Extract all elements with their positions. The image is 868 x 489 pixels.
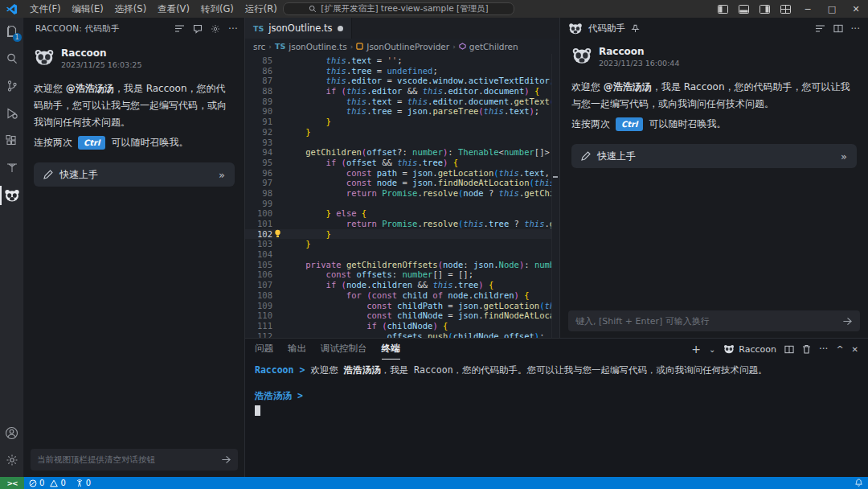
new-chat-icon[interactable]: [193, 24, 203, 34]
chevrons-right: »: [219, 169, 225, 181]
panel-more-actions-icon[interactable]: ···: [819, 343, 828, 355]
maximize-panel-icon[interactable]: ^: [836, 344, 843, 355]
modified-dot-icon[interactable]: [338, 26, 343, 31]
terminal-content[interactable]: Raccoon > 欢迎您 浩浩汤汤，我是 Raccoon，您的代码助手。您可以…: [245, 360, 868, 477]
code-line-109[interactable]: 109 const childPath = json.getLocation(t…: [245, 301, 559, 311]
problems-status[interactable]: 0 0: [24, 477, 71, 489]
command-center-search[interactable]: [扩展开发宿主] tree-view-sample [管理员]: [283, 2, 514, 15]
tree-view-sample-icon[interactable]: [0, 154, 24, 182]
code-line-106[interactable]: 106 const offsets: number[] = [];: [245, 269, 559, 280]
code-line-99[interactable]: 99: [245, 199, 559, 209]
code-editor[interactable]: 85 this.text = '';86 this.tree = undefin…: [245, 54, 559, 338]
clear-all-icon[interactable]: [174, 24, 185, 33]
search-view-icon[interactable]: [0, 45, 24, 72]
tab-jsonoutline[interactable]: TS jsonOutline.ts: [245, 18, 352, 39]
panel-tab-调试控制台[interactable]: 调试控制台: [321, 339, 367, 360]
panel-chat-input[interactable]: 键入, [Shift + Enter] 可输入换行: [568, 310, 860, 331]
code-line-89[interactable]: 89 this.text = this.editor.document.getT…: [245, 97, 559, 107]
ctrl-hint: 连按两次 Ctrl 可以随时召唤我。: [34, 136, 235, 150]
panel-tab-输出[interactable]: 输出: [288, 339, 306, 360]
close-button[interactable]: ✕: [844, 0, 868, 18]
code-line-86[interactable]: 86 this.tree = undefined;: [245, 66, 559, 76]
menu-item-3[interactable]: 查看(V): [152, 0, 195, 18]
close-panel-icon[interactable]: ✕: [852, 345, 858, 354]
menu-item-2[interactable]: 选择(S): [109, 0, 152, 18]
filter-icon[interactable]: [815, 24, 825, 33]
breadcrumb-class[interactable]: JsonOutlineProvider: [366, 42, 449, 51]
code-line-87[interactable]: 87 this.editor = vscode.window.activeTex…: [245, 76, 559, 86]
sidebar-more-icon[interactable]: ···: [228, 23, 238, 35]
code-line-93[interactable]: 93: [245, 138, 559, 148]
code-line-97[interactable]: 97 const node = json.findNodeAtLocation(…: [245, 178, 559, 188]
maximize-button[interactable]: □: [820, 0, 844, 18]
customize-layout-icon[interactable]: [775, 0, 796, 18]
panel-more-icon[interactable]: ···: [851, 23, 860, 35]
code-line-85[interactable]: 85 this.text = '';: [245, 55, 559, 66]
quickstart-button[interactable]: 快速上手 »: [34, 162, 235, 187]
lightbulb-icon[interactable]: [274, 229, 281, 238]
terminal-dropdown-icon[interactable]: ⌄: [709, 345, 715, 354]
terminal-instance-raccoon[interactable]: Raccoon: [723, 344, 776, 355]
menu-item-4[interactable]: 转到(G): [195, 0, 240, 18]
code-line-98[interactable]: 98 return Promise.resolve(node ? this.ge…: [245, 188, 559, 199]
explorer-icon[interactable]: 1: [0, 18, 24, 45]
split-terminal-icon[interactable]: [784, 345, 794, 354]
raccoon-view-icon[interactable]: [0, 182, 24, 209]
code-line-104[interactable]: 104: [245, 249, 559, 260]
menu-item-5[interactable]: 运行(R): [240, 0, 283, 18]
settings-gear-icon[interactable]: [0, 446, 24, 474]
notifications-bell-icon[interactable]: [850, 477, 868, 489]
menu-item-0[interactable]: 文件(F): [24, 0, 67, 18]
panel-tab-问题[interactable]: 问题: [255, 339, 273, 360]
toggle-panel-icon[interactable]: [733, 0, 754, 18]
code-line-102[interactable]: 102 }: [245, 229, 559, 240]
code-line-103[interactable]: 103 }: [245, 239, 559, 249]
minimize-button[interactable]: ─: [796, 0, 820, 18]
line-number: 101: [245, 219, 272, 229]
code-line-111[interactable]: 111 if (childNode) {: [245, 321, 559, 331]
breadcrumb-method[interactable]: getChildren: [469, 42, 518, 51]
run-debug-icon[interactable]: [0, 100, 24, 127]
code-line-96[interactable]: 96 const path = json.getLocation(this.te…: [245, 168, 559, 179]
line-content: return Promise.resolve(node ? this.getCh…: [272, 188, 559, 199]
code-line-112[interactable]: 112 offsets.push(childNode.offset);: [245, 331, 559, 338]
code-line-110[interactable]: 110 const childNode = json.findNodeAtLoc…: [245, 310, 559, 321]
ports-status[interactable]: 0: [71, 477, 96, 489]
menu-item-1[interactable]: 编辑(E): [67, 0, 109, 18]
pin-icon[interactable]: [631, 24, 640, 33]
line-content: this.editor = vscode.window.activeTextEd…: [272, 76, 555, 86]
panel-tab-终端[interactable]: 终端: [382, 339, 400, 360]
code-line-108[interactable]: 108 for (const child of node.children) {: [245, 290, 559, 301]
editor-scrollbar[interactable]: [551, 54, 559, 338]
kill-terminal-icon[interactable]: [802, 344, 811, 354]
new-terminal-icon[interactable]: +: [691, 343, 701, 355]
extensions-icon[interactable]: [0, 127, 24, 154]
breadcrumb-src[interactable]: src: [253, 42, 265, 51]
line-number: 112: [245, 331, 272, 338]
code-line-92[interactable]: 92 }: [245, 127, 559, 138]
code-line-90[interactable]: 90 this.tree = json.parseTree(this.text)…: [245, 106, 559, 117]
code-line-95[interactable]: 95 if (offset && this.tree) {: [245, 158, 559, 168]
send-icon[interactable]: [221, 454, 231, 465]
remote-indicator[interactable]: ><: [0, 477, 24, 489]
breadcrumb-file[interactable]: jsonOutline.ts: [289, 42, 346, 51]
code-line-94[interactable]: 94 getChildren(offset?: number): Thenabl…: [245, 147, 559, 158]
code-line-91[interactable]: 91 }: [245, 117, 559, 127]
code-line-88[interactable]: 88 if (this.editor && this.editor.docume…: [245, 86, 559, 97]
toggle-sidebar-icon[interactable]: [712, 0, 733, 18]
code-line-105[interactable]: 105 private getChildrenOffsets(node: jso…: [245, 260, 559, 270]
sidebar-title: RACCOON: 代码助手: [35, 23, 119, 35]
sidebar-settings-icon[interactable]: [211, 24, 220, 34]
split-icon[interactable]: [833, 24, 843, 33]
toggle-secondary-sidebar-icon[interactable]: [754, 0, 775, 18]
source-control-icon[interactable]: [0, 72, 24, 100]
code-line-100[interactable]: 100 } else {: [245, 208, 559, 219]
line-number: 93: [245, 138, 272, 148]
sidebar-chat-input[interactable]: 当前视图顶栏提供清空对话按钮: [31, 449, 238, 471]
send-icon[interactable]: [842, 316, 853, 327]
accounts-icon[interactable]: [0, 419, 24, 446]
code-line-101[interactable]: 101 return Promise.resolve(this.tree ? t…: [245, 219, 559, 229]
quickstart-button[interactable]: 快速上手 »: [571, 144, 857, 168]
code-line-107[interactable]: 107 if (node.children && this.tree) {: [245, 280, 559, 290]
line-number: 104: [245, 249, 272, 260]
